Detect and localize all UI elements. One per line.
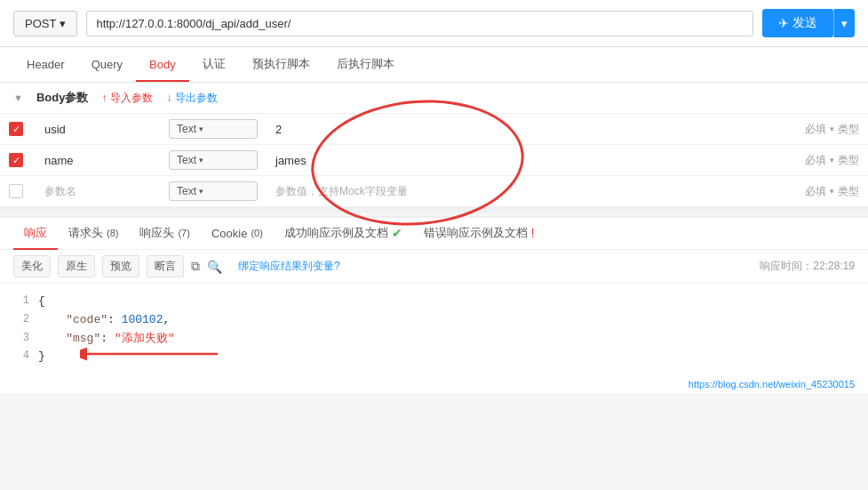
- top-bar: POST ▾ ✈ 发送 ▾: [0, 0, 868, 47]
- tab-response[interactable]: 响应: [13, 218, 58, 250]
- tab-success-doc[interactable]: 成功响应示例及文档 ✔: [274, 218, 413, 250]
- check-icon-2: ✓: [12, 155, 20, 166]
- line-num-4: 4: [13, 348, 29, 365]
- main-tabs: Header Query Body 认证 预执行脚本 后执行脚本: [0, 47, 868, 83]
- raw-button[interactable]: 原生: [58, 255, 95, 277]
- copy-icon[interactable]: ⧉: [191, 259, 200, 274]
- bottom-tabs: 响应 请求头 (8) 响应头 (7) Cookie (0) 成功响应示例及文档 …: [0, 216, 868, 250]
- tab-query[interactable]: Query: [78, 49, 136, 82]
- required-arrow-icon-3[interactable]: ▾: [830, 187, 834, 196]
- success-check-icon: ✔: [392, 226, 402, 240]
- params-container: ✓ usid Text ▾ 2 必填 ▾ 类型: [0, 114, 868, 207]
- col-required-placeholder: 必填 ▾ 类型: [761, 176, 868, 207]
- arrow-up-icon: ↑: [101, 92, 107, 104]
- code-line-2: 2 "code": 100102,: [13, 311, 855, 330]
- send-icon: ✈: [778, 16, 789, 30]
- dropdown-arrow-icon-3: ▾: [199, 187, 203, 196]
- param-name-usid: usid: [36, 114, 160, 145]
- col-required-name: 必填 ▾ 类型: [761, 145, 868, 176]
- error-warn-icon: !: [531, 226, 535, 240]
- params-table: ✓ usid Text ▾ 2 必填 ▾ 类型: [0, 114, 868, 207]
- url-section: [86, 11, 753, 36]
- tab-cookie-label: Cookie: [211, 227, 247, 240]
- required-arrow-icon-2[interactable]: ▾: [830, 156, 834, 165]
- line-num-1: 1: [13, 293, 29, 309]
- type-tag-ph: 类型: [838, 184, 859, 199]
- tab-error-doc-label: 错误响应示例及文档: [424, 225, 528, 241]
- checkbox-name[interactable]: ✓: [9, 153, 23, 167]
- checkbox-empty[interactable]: [9, 184, 23, 198]
- tab-resp-header-label: 响应头: [139, 225, 174, 241]
- beautify-button[interactable]: 美化: [13, 255, 51, 277]
- col-value-usid: 2: [267, 114, 761, 145]
- col-type-usid: Text ▾: [160, 114, 267, 145]
- tab-post-script[interactable]: 后执行脚本: [323, 47, 408, 83]
- method-button[interactable]: POST ▾: [13, 11, 77, 36]
- search-icon[interactable]: 🔍: [207, 260, 222, 274]
- tab-req-header-badge: (8): [107, 228, 118, 238]
- type-dropdown-usid[interactable]: Text ▾: [169, 119, 258, 139]
- line-num-3: 3: [13, 330, 29, 347]
- type-label-usid: Text: [177, 123, 196, 135]
- check-icon: ✓: [12, 124, 20, 135]
- dropdown-arrow-icon-2: ▾: [199, 156, 203, 165]
- type-dropdown-name[interactable]: Text ▾: [169, 150, 258, 170]
- assert-button[interactable]: 断言: [147, 255, 184, 277]
- send-dropdown-button[interactable]: ▾: [833, 9, 855, 37]
- required-label-name: 必填: [805, 153, 826, 168]
- export-label: 导出参数: [175, 91, 218, 106]
- col-check-3: [0, 176, 36, 207]
- line-num-2: 2: [13, 311, 29, 328]
- footer-link[interactable]: https://blog.csdn.net/weixin_45230015: [689, 379, 855, 390]
- tab-cookie[interactable]: Cookie (0): [201, 220, 274, 249]
- preview-button[interactable]: 预览: [102, 255, 139, 277]
- required-arrow-icon[interactable]: ▾: [830, 125, 834, 133]
- table-row: ✓ usid Text ▾ 2 必填 ▾ 类型: [0, 114, 868, 145]
- tab-pre-script[interactable]: 预执行脚本: [239, 47, 323, 83]
- tab-response-label: 响应: [24, 225, 47, 241]
- tab-cookie-badge: (0): [251, 228, 262, 238]
- required-tag-usid: 必填 ▾ 类型: [770, 122, 859, 137]
- response-toolbar: 美化 原生 预览 断言 ⧉ 🔍 绑定响应结果到变量? 响应时间：22:28:19: [0, 250, 868, 284]
- url-input[interactable]: [86, 11, 753, 36]
- tab-error-doc[interactable]: 错误响应示例及文档 !: [413, 218, 545, 250]
- tab-header[interactable]: Header: [13, 49, 78, 82]
- tab-success-doc-label: 成功响应示例及文档: [284, 225, 388, 241]
- import-label: 导入参数: [110, 91, 153, 106]
- type-label-ph: Text: [177, 185, 196, 197]
- code-content-1: {: [38, 293, 45, 311]
- tab-body[interactable]: Body: [136, 49, 189, 82]
- body-toolbar: ▼ Body参数 ↑ 导入参数 ↓ 导出参数: [0, 83, 868, 114]
- body-section: ▼ Body参数 ↑ 导入参数 ↓ 导出参数 ✓ usid: [0, 83, 868, 207]
- param-name-placeholder: 参数名: [36, 176, 160, 207]
- body-collapse-icon[interactable]: ▼: [13, 92, 23, 103]
- table-row: 参数名 Text ▾ 参数值，支持Mock字段变量 必填 ▾ 类型: [0, 176, 868, 207]
- section-divider: [0, 207, 868, 213]
- import-button[interactable]: ↑ 导入参数: [101, 91, 153, 106]
- param-value-ph: 参数值，支持Mock字段变量: [275, 185, 408, 197]
- code-area: 1 { 2 "code": 100102, 3 "msg": "添加失败" 4 …: [0, 284, 868, 375]
- type-tag-name: 类型: [838, 153, 859, 168]
- footer: https://blog.csdn.net/weixin_45230015: [0, 375, 868, 393]
- arrow-annotation: [80, 345, 222, 363]
- send-label: 发送: [792, 15, 817, 31]
- param-value-usid: 2: [275, 123, 282, 136]
- type-dropdown-placeholder[interactable]: Text ▾: [169, 181, 258, 201]
- bind-link[interactable]: 绑定响应结果到变量?: [238, 259, 340, 274]
- required-tag-name: 必填 ▾ 类型: [770, 153, 859, 168]
- type-label-name: Text: [177, 154, 196, 166]
- tab-req-header-label: 请求头: [68, 225, 103, 241]
- col-check-2: ✓: [0, 145, 36, 176]
- table-row: ✓ name Text ▾ james 必填 ▾: [0, 145, 868, 176]
- tab-response-header[interactable]: 响应头 (7): [129, 218, 200, 250]
- tab-auth[interactable]: 认证: [189, 47, 239, 83]
- col-value-placeholder: 参数值，支持Mock字段变量: [267, 176, 761, 207]
- send-button[interactable]: ✈ 发送: [762, 9, 833, 37]
- type-tag-usid: 类型: [838, 122, 859, 137]
- arrow-down-icon: ↓: [166, 92, 171, 104]
- tab-request-header[interactable]: 请求头 (8): [58, 218, 129, 250]
- checkbox-usid[interactable]: ✓: [9, 122, 23, 136]
- export-button[interactable]: ↓ 导出参数: [166, 91, 218, 106]
- code-content-4: }: [38, 348, 45, 366]
- col-required-usid: 必填 ▾ 类型: [761, 114, 868, 145]
